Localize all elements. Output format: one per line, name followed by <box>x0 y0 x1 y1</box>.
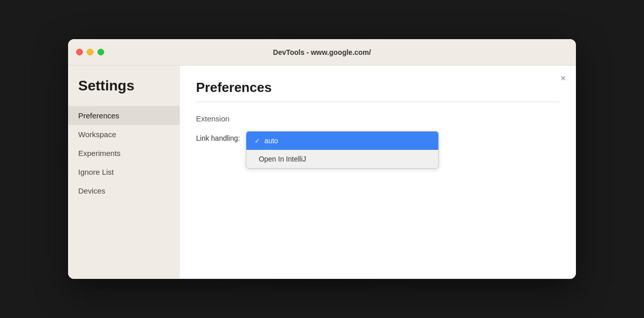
sidebar: Settings Preferences Workspace Experimen… <box>68 66 180 279</box>
sidebar-item-ignore-list[interactable]: Ignore List <box>68 163 180 181</box>
titlebar: DevTools - www.google.com/ <box>68 39 576 66</box>
sidebar-heading: Settings <box>68 78 180 106</box>
panel-divider <box>196 102 560 102</box>
checkmark-icon: ✓ <box>254 137 260 145</box>
dropdown-option-intellij[interactable]: Open In IntelliJ <box>246 150 438 168</box>
dropdown-option-auto[interactable]: ✓ auto <box>246 132 438 150</box>
traffic-lights <box>76 49 104 55</box>
sidebar-item-workspace[interactable]: Workspace <box>68 125 180 144</box>
maximize-button-traffic[interactable] <box>98 49 104 55</box>
dropdown-link-handling[interactable]: ✓ auto Open In IntelliJ <box>246 131 439 169</box>
sidebar-item-preferences[interactable]: Preferences <box>68 106 180 125</box>
minimize-button-traffic[interactable] <box>87 49 93 55</box>
field-label: Link handling: <box>196 131 240 142</box>
app-window: DevTools - www.google.com/ Settings Pref… <box>68 39 576 279</box>
sidebar-item-devices[interactable]: Devices <box>68 181 180 200</box>
option-label-intellij: Open In IntelliJ <box>259 155 306 163</box>
main-panel: × Preferences Extension Link handling: ✓… <box>180 66 576 279</box>
panel-close-button[interactable]: × <box>560 74 566 83</box>
window-title: DevTools - www.google.com/ <box>273 48 371 56</box>
content-area: Settings Preferences Workspace Experimen… <box>68 66 576 279</box>
section-heading: Extension <box>196 114 560 123</box>
field-row-link-handling: Link handling: ✓ auto Open In IntelliJ <box>196 131 560 169</box>
panel-title: Preferences <box>196 80 560 96</box>
close-button-traffic[interactable] <box>76 49 83 55</box>
option-label-auto: auto <box>264 137 278 145</box>
dropdown-options: ✓ auto Open In IntelliJ <box>246 131 439 169</box>
sidebar-item-experiments[interactable]: Experiments <box>68 144 180 163</box>
